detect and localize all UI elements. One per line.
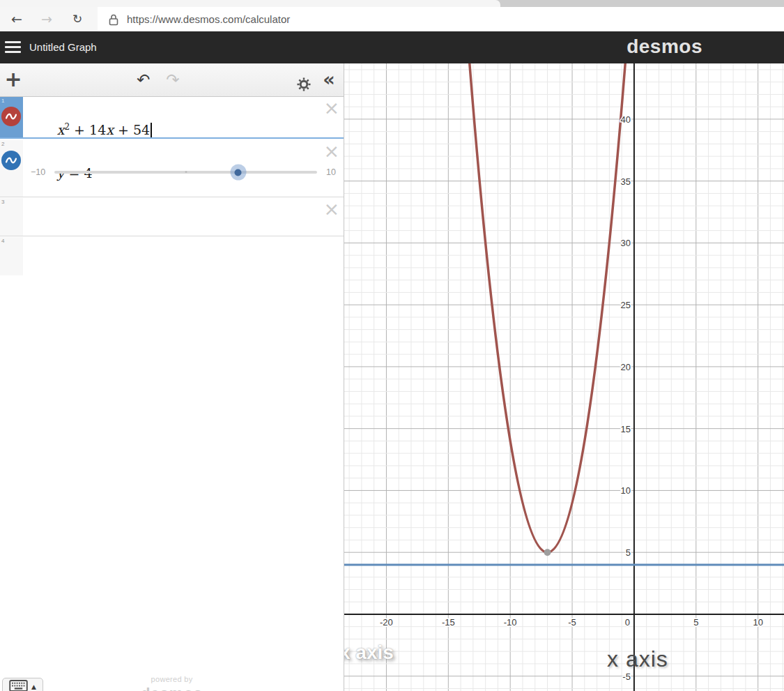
svg-text:40: 40 [620,114,630,125]
svg-text:35: 35 [620,176,630,187]
curve-color-icon-blue[interactable] [1,151,21,170]
row-number: 1 [1,98,4,104]
powered-by-text: powered by [0,675,344,683]
svg-text:-10: -10 [504,617,517,628]
svg-text:5: 5 [626,547,631,558]
expression-row-4[interactable]: 4 [0,237,344,275]
delete-expression-1-button[interactable]: × [323,98,339,117]
collapse-panel-button[interactable]: « [318,63,340,97]
svg-text:30: 30 [620,238,630,248]
expression-row-1[interactable]: 1 x2 + 14x + 54 × [0,97,344,139]
svg-text:10: 10 [620,485,630,496]
row-3-gutter: 3 [0,198,23,236]
app-header: Untitled Graph desmos [0,31,784,63]
delete-expression-2-button[interactable]: × [323,142,339,160]
svg-text:-20: -20 [380,617,393,628]
watermark-brand: desmos [0,685,344,691]
svg-text:-5: -5 [622,671,631,682]
expression-panel: + ↶ ↷ « 1 x2 [0,63,344,691]
slider-max-label[interactable]: 10 [326,167,336,177]
svg-text:0: 0 [625,617,630,628]
slider-zero-tick [185,171,187,173]
keyboard-arrow-icon: ▲ [31,683,36,690]
svg-text:-15: -15 [442,617,455,628]
graph-paper[interactable]: -20-15-10-50510403530252015105-5 x axis … [344,63,784,691]
row-1-gutter[interactable]: 1 [0,97,23,137]
back-icon[interactable]: ← [6,7,27,31]
row-number: 3 [1,199,4,205]
expression-toolbar: + ↶ ↷ « [0,63,344,97]
row-4-gutter: 4 [0,237,23,275]
svg-text:25: 25 [620,300,630,310]
browser-toolbar: ← → ↻ https://www.desmos.com/calculator [0,7,784,31]
browser-tabstrip [0,0,784,7]
edit-list-gear-icon[interactable] [294,63,314,97]
expression-row-3[interactable]: 3 × [0,198,344,236]
svg-text:20: 20 [620,362,630,372]
lock-icon [109,13,118,29]
delete-expression-3-button[interactable]: × [323,199,339,218]
row-number: 2 [1,141,4,147]
add-expression-button[interactable]: + [3,63,24,97]
active-tab[interactable] [0,0,500,7]
slider-min-label[interactable]: −10 [31,167,45,177]
svg-text:10: 10 [753,617,762,628]
keyboard-icon [9,680,28,691]
expression-row-2[interactable]: 2 y = 4 −10 10 × [0,140,344,197]
refresh-icon[interactable]: ↻ [67,7,88,31]
graph-title[interactable]: Untitled Graph [29,31,97,63]
svg-text:15: 15 [620,424,630,434]
desmos-logo: desmos [627,31,702,63]
svg-text:5: 5 [693,617,698,628]
show-keyboard-button[interactable]: ▲ [2,678,43,691]
text-cursor [151,123,152,137]
url-text[interactable]: https://www.desmos.com/calculator [127,7,290,31]
row-2-gutter[interactable]: 2 [0,140,23,197]
forward-icon: → [36,7,57,31]
row-number: 4 [1,238,4,244]
svg-text:-5: -5 [568,617,576,628]
slider-track[interactable] [54,171,317,174]
slider-handle[interactable] [230,165,246,181]
curve-color-icon-red[interactable] [1,107,21,126]
undo-button[interactable]: ↶ [132,63,155,97]
menu-icon[interactable] [5,41,21,53]
redo-button: ↷ [162,63,184,97]
